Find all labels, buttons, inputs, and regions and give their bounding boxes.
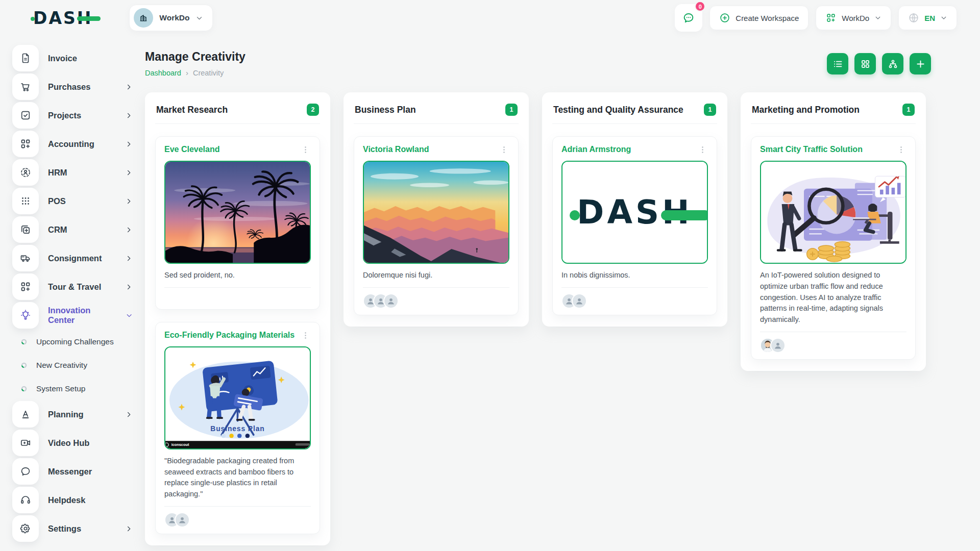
sidebar-item-innovation-center[interactable]: Innovation Center	[12, 302, 136, 329]
submenu-ring-icon	[20, 338, 28, 345]
hierarchy-view-button[interactable]	[882, 53, 903, 74]
view-toolbar	[827, 53, 931, 74]
card-image-dash-logo[interactable]: DASH	[561, 161, 708, 264]
kanban-card[interactable]: Smart City Traffic Solution	[751, 136, 916, 360]
sidebar-item-accounting[interactable]: Accounting	[12, 131, 136, 157]
create-workspace-button[interactable]: Create Workspace	[709, 6, 808, 30]
gear-icon	[19, 522, 32, 535]
breadcrumb-dashboard-link[interactable]: Dashboard	[145, 69, 181, 77]
kanban-card[interactable]: Victoria Rowland	[354, 136, 519, 315]
sidebar-item-purchases[interactable]: Purchases	[12, 73, 136, 100]
chevron-right-icon	[125, 197, 133, 205]
assignee-avatar[interactable]	[175, 512, 190, 528]
sidebar-item-helpdesk[interactable]: Helpdesk	[12, 487, 136, 513]
chevron-right-icon	[125, 112, 133, 119]
card-image-mountain-sunset[interactable]	[363, 161, 509, 264]
card-description: "Biodegradable packaging created from se…	[164, 456, 311, 507]
sidebar-item-consignment[interactable]: Consignment	[12, 245, 136, 271]
language-selector[interactable]: EN	[898, 6, 957, 30]
sidebar-item-label: Projects	[48, 111, 81, 120]
sidebar-subitem-new-creativity[interactable]: New Creativity	[20, 354, 136, 377]
chevron-right-icon	[125, 411, 133, 418]
sidebar-item-crm[interactable]: CRM	[12, 216, 136, 243]
card-image-palm-sunset[interactable]	[164, 161, 311, 264]
language-label: EN	[924, 14, 935, 22]
card-menu-button[interactable]	[896, 144, 906, 155]
grid-plus-icon	[19, 138, 32, 150]
card-title[interactable]: Eve Cleveland	[164, 144, 220, 155]
card-title[interactable]: Victoria Rowland	[363, 144, 429, 155]
user-scan-icon	[19, 166, 32, 179]
lightbulb-icon	[19, 309, 32, 321]
sidebar-item-video-hub[interactable]: Video Hub	[12, 430, 136, 456]
sidebar-item-settings[interactable]: Settings	[12, 515, 136, 542]
sidebar-subitem-upcoming-challenges[interactable]: Upcoming Challenges	[20, 331, 136, 353]
logo-dot-accent	[31, 17, 35, 21]
card-footer	[760, 332, 906, 353]
sidebar-item-pos[interactable]: POS	[12, 188, 136, 214]
kanban-card[interactable]: Eve Cleveland	[155, 136, 320, 310]
card-image-analytics-illustration[interactable]	[760, 161, 906, 264]
headphones-icon	[19, 494, 32, 506]
sidebar-item-hrm[interactable]: HRM	[12, 159, 136, 186]
dash-logo[interactable]: DASH	[33, 8, 92, 28]
card-menu-button[interactable]	[300, 330, 311, 341]
app-menu-button[interactable]: WorkDo	[816, 6, 891, 30]
building-icon	[138, 13, 149, 23]
card-title[interactable]: Smart City Traffic Solution	[760, 144, 863, 155]
sidebar-item-planning[interactable]: Planning	[12, 401, 136, 428]
kanban-column-business-plan: Business Plan 1 Victoria Rowland	[344, 92, 529, 327]
chevron-right-icon	[125, 140, 133, 148]
card-title[interactable]: Eco-Friendly Packaging Materials	[164, 330, 295, 341]
card-image-business-plan-illustration[interactable]: Business Plan iconscout	[164, 346, 311, 449]
column-count-badge: 1	[902, 104, 915, 116]
card-menu-button[interactable]	[300, 144, 311, 155]
card-menu-button[interactable]	[697, 144, 708, 155]
kanban-column-marketing-promotion: Marketing and Promotion 1 Smart City Tra…	[741, 92, 926, 371]
kanban-card[interactable]: Adrian Armstrong DASH In nobis digniss	[552, 136, 717, 315]
sidebar-item-label: Tour & Travel	[48, 282, 101, 292]
assignee-avatar[interactable]	[770, 338, 786, 353]
column-header: Market Research 2	[155, 102, 320, 124]
hierarchy-view-icon	[888, 59, 898, 69]
sidebar-item-invoice[interactable]: Invoice	[12, 45, 136, 71]
sidebar-item-messenger[interactable]: Messenger	[12, 458, 136, 485]
submenu-ring-icon	[20, 362, 28, 369]
plus-circle-icon	[719, 12, 730, 23]
invoice-icon	[19, 52, 32, 64]
list-view-button[interactable]	[827, 53, 848, 74]
grid-view-icon	[860, 59, 871, 69]
column-title: Business Plan	[355, 105, 416, 115]
add-icon	[915, 59, 926, 69]
topbar-actions: 0 Create Workspace WorkDo EN	[675, 4, 957, 32]
chevron-down-icon	[940, 14, 947, 21]
grid-view-button[interactable]	[854, 53, 876, 74]
workspace-avatar	[134, 8, 153, 28]
column-header: Marketing and Promotion 1	[751, 102, 916, 124]
sidebar-item-label: Settings	[48, 524, 81, 534]
kanban-card[interactable]: Eco-Friendly Packaging Materials	[155, 322, 320, 534]
sidebar-item-label: Planning	[48, 410, 84, 419]
kebab-menu-icon	[301, 145, 310, 154]
column-header: Business Plan 1	[354, 102, 519, 124]
list-view-icon	[832, 59, 843, 69]
sidebar-item-projects[interactable]: Projects	[12, 102, 136, 129]
kanban-board: Market Research 2 Eve Cleveland	[145, 92, 931, 545]
chevron-right-icon	[125, 169, 133, 177]
submenu-ring-icon	[20, 385, 28, 392]
workspace-switcher[interactable]: WorkDo	[129, 5, 213, 31]
card-menu-button[interactable]	[499, 144, 509, 155]
sidebar-subitem-system-setup[interactable]: System Setup	[20, 378, 136, 400]
card-title[interactable]: Adrian Armstrong	[561, 144, 631, 155]
kebab-menu-icon	[698, 145, 707, 154]
chevron-right-icon	[125, 83, 133, 91]
globe-icon	[908, 12, 919, 23]
column-count-badge: 1	[505, 104, 518, 116]
messages-button[interactable]: 0	[675, 4, 702, 32]
dots-grid-icon	[19, 195, 32, 207]
assignee-avatar[interactable]	[383, 293, 399, 309]
sidebar-item-tour-travel[interactable]: Tour & Travel	[12, 273, 136, 300]
assignee-avatar[interactable]	[572, 293, 587, 309]
add-board-button[interactable]	[910, 53, 931, 74]
card-description: In nobis dignissimos.	[561, 270, 708, 288]
